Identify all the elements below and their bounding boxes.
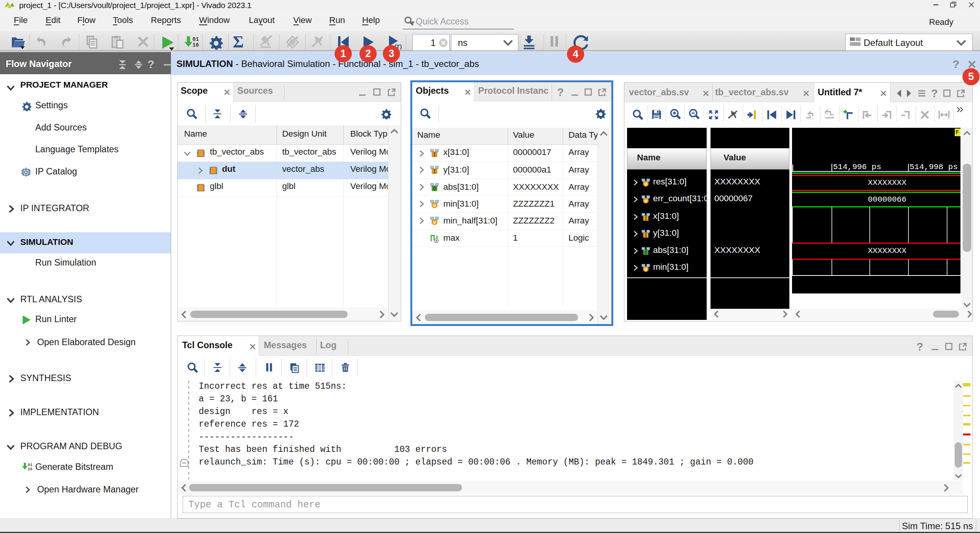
svg-text:10: 10 bbox=[28, 467, 32, 471]
svg-text:10: 10 bbox=[193, 42, 199, 48]
